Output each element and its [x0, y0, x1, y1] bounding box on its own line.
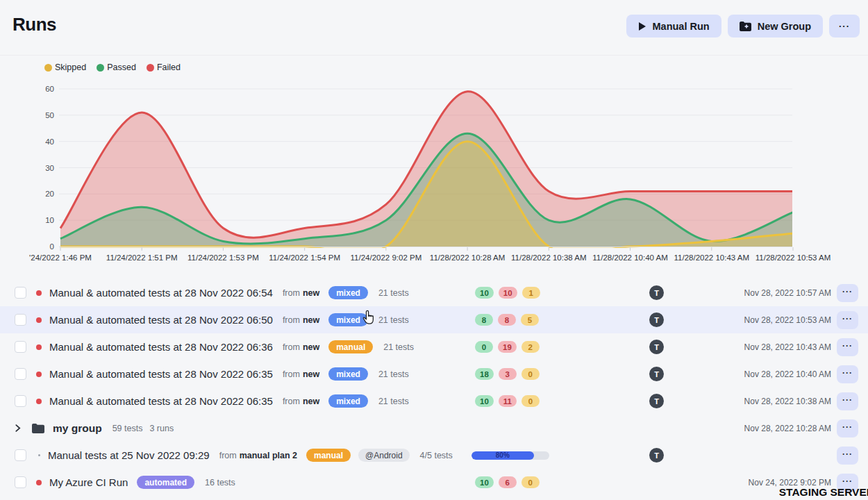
group-name[interactable]: my group: [53, 422, 102, 435]
run-date: Nov 28, 2022 10:57 AM: [744, 288, 831, 298]
row-menu-button[interactable]: ···: [837, 419, 858, 438]
row-menu-button[interactable]: ···: [837, 311, 858, 329]
x-tick-label: 11/24/2022 9:02 PM: [351, 253, 422, 262]
row-checkbox[interactable]: [15, 287, 26, 299]
manual-run-label: Manual Run: [652, 21, 709, 32]
x-tick-label: 11/28/2022 10:53 AM: [756, 253, 831, 262]
result-counts: 0192: [475, 341, 540, 353]
group-run-count: 3 runs: [149, 424, 174, 433]
test-count: 21 tests: [378, 315, 409, 325]
skipped-count-pill: 2: [521, 341, 540, 353]
from-label: from: [283, 288, 300, 298]
avatar[interactable]: T: [649, 285, 664, 300]
run-type-badge: mixed: [328, 394, 368, 408]
status-dot: [38, 454, 40, 456]
x-tick-label: '24/2022 1:46 PM: [29, 253, 92, 262]
run-title[interactable]: Manual & automated tests at 28 Nov 2022 …: [49, 368, 273, 380]
failed-count-pill: 8: [498, 314, 516, 326]
x-tick-label: 11/24/2022 1:54 PM: [269, 253, 340, 262]
skipped-count-pill: 0: [521, 395, 540, 407]
table-row[interactable]: Manual & automated tests at 28 Nov 2022 …: [0, 388, 868, 415]
result-counts: 10110: [475, 395, 540, 407]
table-row[interactable]: Manual tests at 25 Nov 2022 09:29fromman…: [0, 442, 868, 469]
progress-bar: 80%: [471, 451, 549, 460]
row-checkbox[interactable]: [15, 449, 26, 461]
manual-run-button[interactable]: Manual Run: [626, 15, 721, 38]
new-group-label: New Group: [758, 21, 811, 32]
y-tick-label: 0: [50, 242, 54, 251]
from-label: from: [219, 451, 237, 460]
skipped-count-pill: 0: [521, 476, 540, 488]
x-tick-label: 11/28/2022 10:38 AM: [511, 253, 587, 262]
folder-plus-icon: [740, 22, 751, 31]
avatar[interactable]: T: [649, 340, 664, 354]
legend-label: Passed: [107, 62, 136, 72]
run-title[interactable]: Manual & automated tests at 28 Nov 2022 …: [49, 314, 273, 326]
row-menu-button[interactable]: ···: [837, 392, 858, 410]
result-counts: 1830: [475, 368, 540, 380]
result-counts: 885: [475, 314, 539, 326]
table-row[interactable]: Manual & automated tests at 28 Nov 2022 …: [0, 279, 868, 306]
legend-dot-icon: [97, 64, 104, 72]
row-menu-button[interactable]: ···: [837, 447, 858, 465]
runs-trend-chart: 0102030405060'24/2022 1:46 PM11/24/2022 …: [0, 76, 868, 274]
avatar[interactable]: T: [649, 448, 664, 462]
legend-item-passed: Passed: [97, 62, 136, 72]
failed-count-pill: 19: [498, 341, 517, 353]
page-title: Runs: [12, 14, 56, 35]
row-checkbox[interactable]: [15, 476, 26, 488]
avatar[interactable]: T: [649, 312, 664, 327]
row-checkbox[interactable]: [15, 341, 26, 353]
passed-count-pill: 10: [475, 476, 494, 488]
failed-count-pill: 10: [499, 287, 517, 299]
test-count: 21 tests: [378, 288, 409, 298]
run-source: new: [303, 342, 319, 352]
failed-count-pill: 3: [499, 368, 517, 380]
group-row[interactable]: my group59 tests3 runsNov 28, 2022 10:28…: [0, 415, 868, 442]
from-label: from: [283, 369, 300, 379]
run-type-badge: mixed: [328, 286, 368, 299]
run-title[interactable]: My Azure CI Run: [49, 476, 128, 488]
run-title[interactable]: Manual & automated tests at 28 Nov 2022 …: [49, 287, 273, 299]
row-checkbox[interactable]: [15, 314, 26, 326]
from-label: from: [283, 397, 300, 406]
table-row[interactable]: Manual & automated tests at 28 Nov 2022 …: [0, 306, 868, 333]
avatar[interactable]: T: [649, 367, 664, 381]
run-type-badge: mixed: [328, 367, 368, 381]
header-more-button[interactable]: ···: [829, 15, 860, 38]
avatar[interactable]: T: [649, 394, 664, 408]
chart-legend: SkippedPassedFailed: [44, 62, 181, 72]
run-type-badge: manual: [328, 340, 373, 353]
from-label: from: [283, 342, 300, 352]
y-tick-label: 20: [45, 190, 54, 198]
row-checkbox[interactable]: [15, 368, 26, 380]
table-row[interactable]: Manual & automated tests at 28 Nov 2022 …: [0, 360, 868, 388]
row-checkbox[interactable]: [15, 395, 26, 407]
new-group-button[interactable]: New Group: [728, 15, 823, 38]
table-row[interactable]: My Azure CI Runautomated16 tests1060Nov …: [0, 469, 868, 496]
chevron-right-icon[interactable]: [14, 424, 22, 432]
page-header: Runs Manual Run New Group ···: [0, 0, 868, 56]
status-dot: [36, 399, 42, 404]
y-tick-label: 50: [45, 111, 54, 119]
failed-count-pill: 6: [499, 476, 517, 488]
status-dot: [36, 372, 42, 377]
ellipsis-icon: ···: [839, 21, 850, 31]
table-row[interactable]: Manual & automated tests at 28 Nov 2022 …: [0, 333, 868, 360]
y-tick-label: 40: [45, 138, 54, 146]
run-title[interactable]: Manual & automated tests at 28 Nov 2022 …: [49, 395, 273, 407]
from-label: from: [283, 315, 300, 325]
status-dot: [36, 480, 42, 485]
row-menu-button[interactable]: ···: [837, 365, 858, 383]
row-menu-button[interactable]: ···: [837, 338, 858, 356]
x-tick-label: 11/28/2022 10:43 AM: [674, 253, 750, 262]
run-source: new: [303, 369, 319, 379]
staging-server-watermark: STAGING SERVER: [779, 486, 868, 499]
run-source: new: [303, 315, 319, 325]
y-tick-label: 30: [45, 164, 54, 172]
x-tick-label: 11/28/2022 10:40 AM: [592, 253, 668, 262]
run-title[interactable]: Manual tests at 25 Nov 2022 09:29: [48, 449, 210, 461]
passed-count-pill: 8: [475, 314, 493, 326]
row-menu-button[interactable]: ···: [837, 284, 858, 302]
run-title[interactable]: Manual & automated tests at 28 Nov 2022 …: [49, 341, 273, 353]
